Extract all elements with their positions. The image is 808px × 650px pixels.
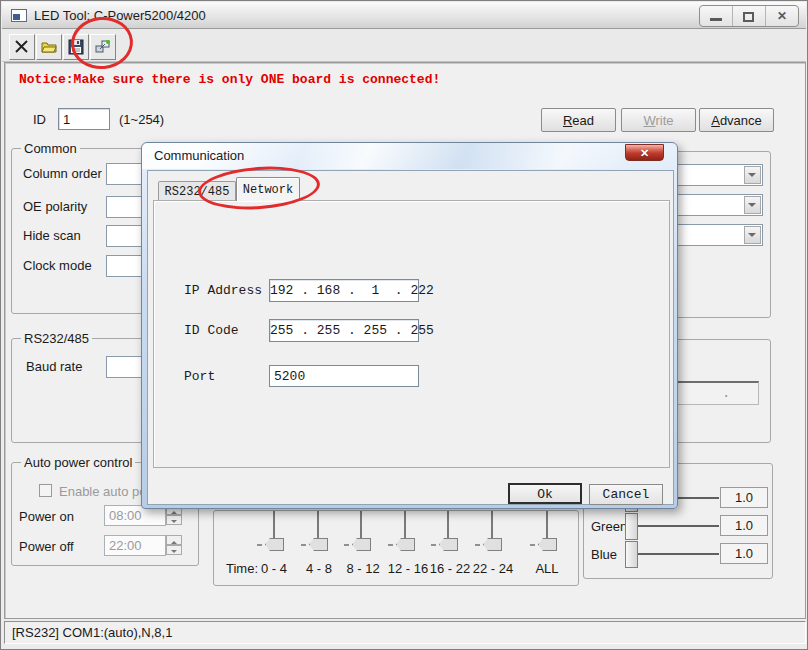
dialog-body: RS232/485 Network IP Address 192 . 168 .… [147,170,674,505]
id-code-label: ID Code [184,323,239,338]
rs232-group-title: RS232/485 [21,331,92,346]
read-button[interactable]: Read [541,108,616,132]
color-slider-thumb-3[interactable] [625,541,638,568]
network-tab-panel: IP Address 192 . 168 . 1 . 222 ID Code 2… [153,200,670,468]
baud-rate-label: Baud rate [26,359,82,374]
color-slider-track [638,553,719,555]
slider-tick [475,544,480,546]
time-slider-track [360,511,362,541]
id-range-label: (1~254) [119,112,164,127]
open-file-button[interactable] [36,34,62,60]
id-label: ID [33,112,46,127]
slider-tick [344,544,349,546]
hide-scan-label: Hide scan [23,228,81,243]
time-slider-track [546,511,548,541]
maximize-button[interactable] [733,6,766,26]
slider-tick [388,544,393,546]
power-off-time-field[interactable]: 22:00 [104,535,166,556]
chevron-down-icon [744,166,761,184]
common-group-title: Common [21,141,80,156]
color-value-3: 1.0 [720,543,768,564]
oe-polarity-label: OE polarity [23,199,87,214]
advance-button[interactable]: Advance [699,108,774,132]
time-slot-label-1: 0 - 4 [251,561,297,576]
column-order-label: Column order [23,166,102,181]
color-slider-thumb-2[interactable] [625,513,638,540]
port-label: Port [184,369,215,384]
status-bar: [RS232] COM1:(auto),N,8,1 [4,621,806,644]
dialog-close-button[interactable]: ✕ [625,144,664,161]
blue-label: Blue [591,547,617,562]
app-icon [11,9,27,22]
ok-button[interactable]: Ok [508,483,582,504]
power-off-spinner[interactable] [166,535,182,556]
time-slider-track [447,511,449,541]
spin-up-icon[interactable] [166,535,182,545]
slider-tick [257,544,262,546]
write-button[interactable]: Write [621,108,696,132]
time-slider-track [491,511,493,541]
power-on-label: Power on [19,509,74,524]
color-value-1: 1.0 [720,487,768,508]
chevron-down-icon [744,196,761,214]
ip-address-label: IP Address [184,283,262,298]
id-input[interactable]: 1 [58,108,110,130]
app-window: LED Tool: C-Power5200/4200 ✕ [0,0,808,650]
enable-auto-power-checkbox[interactable] [39,484,52,497]
port-input[interactable]: 5200 [269,365,419,387]
auto-power-group-title: Auto power control [21,455,135,470]
clock-mode-label: Clock mode [23,258,92,273]
close-button[interactable]: ✕ [766,6,798,26]
slider-tick [431,544,436,546]
chevron-down-icon [744,226,761,244]
minimize-icon [710,18,722,21]
dialog-title: Communication [154,148,244,163]
id-code-input[interactable]: 255 . 255 . 255 . 255 [269,319,419,342]
time-slider-track [273,511,275,541]
power-off-label: Power off [19,539,74,554]
color-value-2: 1.0 [720,515,768,536]
close-icon: ✕ [640,147,649,159]
delete-button[interactable] [9,34,35,60]
spin-down-icon[interactable] [166,545,182,555]
color-slider-track [638,525,719,527]
spin-down-icon[interactable] [166,515,182,525]
cancel-button[interactable]: Cancel [589,484,663,505]
time-slot-label-6: 22 - 24 [465,561,521,576]
x-icon [14,39,30,55]
notice-text: Notice:Make sure there is only ONE board… [19,72,440,87]
time-slider-track [404,511,406,541]
green-label: Green [591,519,627,534]
ip-address-input[interactable]: 192 . 168 . 1 . 222 [269,279,419,302]
minimize-button[interactable] [700,6,733,26]
time-slot-label-7: ALL [525,561,569,576]
maximize-icon [743,12,754,22]
close-icon: ✕ [766,9,798,23]
slider-tick [301,544,306,546]
time-slider-track [317,511,319,541]
folder-open-icon [41,39,57,55]
window-controls: ✕ [699,5,799,27]
slider-tick [530,544,535,546]
time-slot-label-2: 4 - 8 [296,561,342,576]
